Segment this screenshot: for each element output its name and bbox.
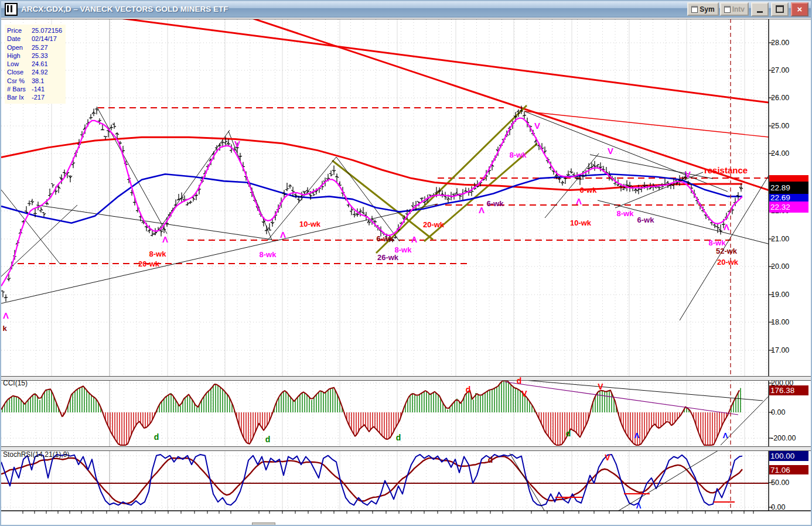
chart-annotation: d xyxy=(566,429,571,438)
chart-annotation: Λ xyxy=(479,205,485,215)
axis-tick-label: 0.00 xyxy=(771,408,785,416)
axis-tick-label: 21.00 xyxy=(771,235,789,243)
info-row: Close24.92 xyxy=(7,68,62,76)
minimize-icon xyxy=(757,11,763,13)
chart-area[interactable]: Price25.072156Date02/14/17Open25.27High2… xyxy=(1,18,812,526)
chart-annotation: k xyxy=(2,324,6,333)
stochrsi-panel xyxy=(1,440,769,511)
info-row-value: 38.1 xyxy=(32,77,44,85)
chart-annotation: d xyxy=(488,455,493,464)
chart-annotation: 6-wk xyxy=(580,186,597,194)
chart-annotation: V xyxy=(598,382,603,391)
axis-tick-label: 18.00 xyxy=(771,318,789,326)
stochrsi-label: StochRSI(14,21(1),9) xyxy=(3,450,69,459)
chart-annotation: 8-wk xyxy=(617,209,634,218)
info-row: Date02/14/17 xyxy=(7,35,62,43)
maximize-icon xyxy=(776,5,784,13)
info-row-label: High xyxy=(7,52,32,60)
chart-annotation: 8-wk xyxy=(510,151,527,159)
panel-splitter-cci[interactable] xyxy=(1,376,812,381)
chart-annotation: V xyxy=(521,389,527,398)
chart-annotation: d xyxy=(396,433,401,442)
chart-annotation: 8-wk xyxy=(260,250,277,259)
axis-tick-label: 26.00 xyxy=(771,94,789,102)
chart-annotation: Λ xyxy=(3,310,9,320)
price-badge: 176.38 xyxy=(769,385,808,395)
price-badge: 22.89 xyxy=(769,182,808,194)
info-row: Price25.072156 xyxy=(7,26,62,35)
chart-annotation: Λ xyxy=(724,222,729,232)
info-row: Low24.61 xyxy=(7,60,62,68)
close-button[interactable]: × xyxy=(791,2,808,16)
maximize-button[interactable] xyxy=(771,2,789,16)
chart-annotation: Λ xyxy=(636,501,642,510)
info-row-label: Close xyxy=(7,68,32,76)
info-row: Bar Ix-217 xyxy=(7,93,62,101)
chart-annotation: 10-wk xyxy=(570,218,591,227)
info-row-value: -141 xyxy=(32,85,45,93)
chart-annotation: Λ xyxy=(723,431,728,440)
title-bar[interactable]: ARCX:GDX,D – VANECK VECTORS GOLD MINERS … xyxy=(1,1,811,18)
info-row-label: Csr % xyxy=(7,77,32,85)
intv-icon xyxy=(724,6,731,13)
app-icon xyxy=(5,3,18,16)
scrollbar-fragment[interactable] xyxy=(252,522,275,526)
chart-window: ARCX:GDX,D – VANECK VECTORS GOLD MINERS … xyxy=(0,0,812,526)
chart-annotation: V xyxy=(534,121,540,131)
chart-annotation: Λ xyxy=(411,234,417,244)
chart-annotation: V xyxy=(685,169,691,179)
axis-tick-label: 24.00 xyxy=(771,149,789,158)
info-row: High25.33 xyxy=(7,52,62,60)
sym-button[interactable]: Sym xyxy=(687,2,718,16)
info-row-value: 25.072156 xyxy=(32,26,62,35)
chart-annotation: 52-wk xyxy=(716,247,737,255)
chart-annotation: 8-wk xyxy=(709,238,726,247)
chart-annotation: Λ xyxy=(280,230,286,240)
chart-annotation: 8-wk xyxy=(149,250,166,258)
grid-lines xyxy=(1,19,769,511)
chart-annotation: V xyxy=(608,146,613,156)
info-row-value: 02/14/17 xyxy=(32,35,57,43)
intv-button[interactable]: Intv xyxy=(720,2,749,16)
axis-tick-label: 50.00 xyxy=(771,479,789,487)
axis-tick-label: 27.00 xyxy=(771,66,789,74)
axis-tick-label: 25.00 xyxy=(771,122,789,130)
chart-annotation: d xyxy=(517,376,522,385)
chart-annotation: 6-wk xyxy=(487,199,504,208)
axis-tick-label: 28.00 xyxy=(771,39,789,47)
info-row-label: Open xyxy=(7,43,32,52)
info-row: Csr %38.1 xyxy=(7,77,62,85)
info-row-label: Price xyxy=(7,26,32,35)
intv-button-label: Intv xyxy=(732,5,745,13)
chart-annotation: Λ xyxy=(634,431,640,440)
minimize-button[interactable] xyxy=(751,2,769,16)
chart-annotation: d xyxy=(265,435,271,444)
axis-tick-label: 19.00 xyxy=(771,291,789,299)
cci-panel xyxy=(1,378,785,445)
info-row-label: Bar Ix xyxy=(7,93,32,101)
info-row-value: 24.61 xyxy=(32,60,48,68)
info-row-value: -217 xyxy=(32,93,45,101)
chart-annotation: d xyxy=(154,432,159,442)
sym-icon xyxy=(691,6,698,13)
chart-annotation: 20-wk xyxy=(423,220,444,229)
info-row-label: # Bars xyxy=(7,85,32,93)
chart-annotation: 6-wk xyxy=(637,216,654,224)
chart-annotation: resistance xyxy=(704,165,748,175)
price-badge: 22.69 xyxy=(769,194,808,201)
chart-annotation: V xyxy=(605,453,610,462)
chart-annotation: Λ xyxy=(162,234,168,244)
chart-annotation: 20-wk xyxy=(138,259,159,268)
price-badge: 22.32 xyxy=(769,201,808,213)
cci-label: CCI(15) xyxy=(3,379,28,387)
info-row-value: 25.27 xyxy=(32,43,48,52)
chart-annotation: 6-wk xyxy=(377,234,394,243)
panel-splitter-stoch[interactable] xyxy=(1,446,812,451)
close-icon: × xyxy=(797,5,803,13)
axis-tick-label: -200.00 xyxy=(771,434,796,442)
chart-annotation: d xyxy=(466,385,471,394)
info-row-value: 24.92 xyxy=(32,68,48,76)
chart-annotation: 20-wk xyxy=(717,258,738,267)
axis-tick-label: 20.00 xyxy=(771,262,789,271)
info-row: # Bars-141 xyxy=(7,85,62,93)
